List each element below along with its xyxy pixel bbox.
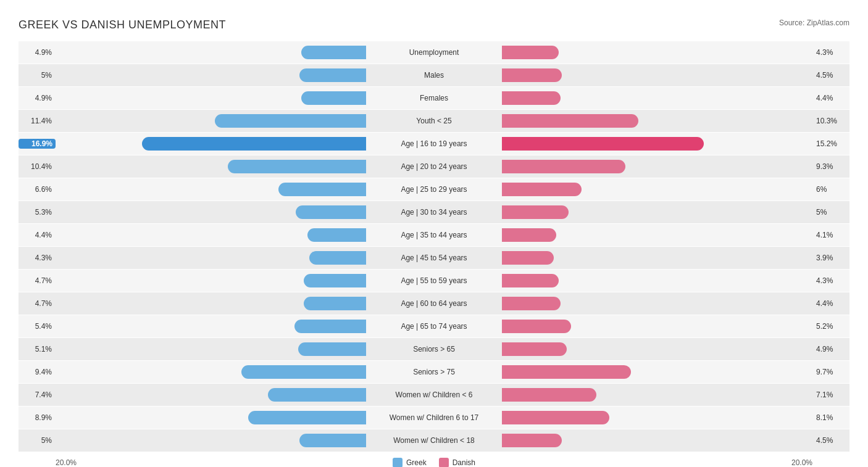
legend-greek-color bbox=[393, 458, 403, 467]
row-label: Age | 20 to 24 years bbox=[366, 162, 502, 171]
greek-bar bbox=[241, 365, 366, 379]
right-bar-area bbox=[502, 365, 812, 379]
greek-value-label: 9.4% bbox=[19, 368, 56, 376]
greek-bar bbox=[296, 205, 366, 219]
chart-container: GREEK VS DANISH UNEMPLOYMENT Source: Zip… bbox=[19, 12, 849, 467]
danish-value-label: 5% bbox=[812, 208, 849, 217]
left-bar-area bbox=[56, 228, 366, 242]
chart-row: 11.4% Youth < 25 10.3% bbox=[19, 110, 849, 132]
danish-bar bbox=[502, 297, 561, 310]
greek-value-label: 5% bbox=[19, 71, 56, 80]
chart-row: 5% Women w/ Children < 18 4.5% bbox=[19, 429, 849, 452]
danish-value-label: 8.1% bbox=[812, 413, 849, 422]
bar-row-wrapper: 4.7% Age | 55 to 59 years 4.3% bbox=[19, 270, 849, 292]
row-label: Age | 25 to 29 years bbox=[366, 185, 502, 194]
greek-bar bbox=[215, 114, 366, 128]
chart-row: 5% Males 4.5% bbox=[19, 64, 849, 86]
chart-source: Source: ZipAtlas.com bbox=[779, 19, 849, 27]
right-bar-area bbox=[502, 68, 812, 82]
greek-value-label: 7.4% bbox=[19, 391, 56, 399]
greek-value-label: 8.9% bbox=[19, 413, 56, 422]
greek-value-label: 10.4% bbox=[19, 162, 56, 171]
row-label: Women w/ Children < 6 bbox=[366, 391, 502, 399]
left-bar-area bbox=[56, 68, 366, 82]
danish-bar bbox=[502, 320, 571, 333]
bar-row-wrapper: 5% Women w/ Children < 18 4.5% bbox=[19, 429, 849, 452]
greek-bar bbox=[228, 160, 366, 173]
bar-row-wrapper: 16.9% Age | 16 to 19 years 15.2% bbox=[19, 133, 849, 155]
danish-value-label: 4.4% bbox=[812, 94, 849, 102]
row-label: Unemployment bbox=[366, 48, 502, 57]
danish-value-label: 15.2% bbox=[812, 139, 849, 148]
right-bar-area bbox=[502, 320, 812, 333]
danish-value-label: 5.2% bbox=[812, 322, 849, 331]
greek-bar bbox=[294, 320, 366, 333]
greek-value-label: 4.4% bbox=[19, 231, 56, 239]
row-label: Age | 55 to 59 years bbox=[366, 276, 502, 285]
right-bar-area bbox=[502, 434, 812, 447]
left-bar-area bbox=[56, 434, 366, 447]
chart-row: 10.4% Age | 20 to 24 years 9.3% bbox=[19, 155, 849, 178]
chart-footer: 20.0% Greek Danish 20.0% bbox=[19, 458, 849, 467]
greek-bar bbox=[278, 183, 366, 196]
danish-bar bbox=[502, 228, 556, 242]
bar-row-wrapper: 10.4% Age | 20 to 24 years 9.3% bbox=[19, 155, 849, 178]
greek-value-label: 4.7% bbox=[19, 299, 56, 308]
danish-value-label: 4.3% bbox=[812, 48, 849, 57]
chart-row: 8.9% Women w/ Children 6 to 17 8.1% bbox=[19, 407, 849, 429]
danish-bar bbox=[502, 160, 625, 173]
chart-row: 6.6% Age | 25 to 29 years 6% bbox=[19, 178, 849, 200]
danish-bar bbox=[502, 434, 562, 447]
left-bar-area bbox=[56, 342, 366, 356]
left-bar-area bbox=[56, 91, 366, 105]
danish-bar bbox=[502, 274, 559, 287]
danish-bar bbox=[502, 342, 567, 356]
greek-bar bbox=[309, 251, 366, 265]
danish-value-label: 4.3% bbox=[812, 276, 849, 285]
danish-bar bbox=[502, 183, 582, 196]
chart-row: 5.3% Age | 30 to 34 years 5% bbox=[19, 201, 849, 223]
danish-value-label: 3.9% bbox=[812, 254, 849, 262]
legend: Greek Danish bbox=[393, 458, 475, 467]
bar-row-wrapper: 5.1% Seniors > 65 4.9% bbox=[19, 338, 849, 360]
right-bar-area bbox=[502, 297, 812, 310]
chart-title: GREEK VS DANISH UNEMPLOYMENT bbox=[19, 19, 226, 31]
danish-value-label: 10.3% bbox=[812, 117, 849, 125]
greek-bar bbox=[299, 434, 366, 447]
left-bar-area bbox=[56, 297, 366, 310]
greek-value-label: 5.3% bbox=[19, 208, 56, 217]
scale-left: 20.0% bbox=[56, 458, 77, 467]
right-bar-area bbox=[502, 411, 812, 424]
greek-bar bbox=[299, 68, 366, 82]
greek-bar bbox=[301, 91, 366, 105]
greek-value-label: 4.7% bbox=[19, 276, 56, 285]
legend-greek-label: Greek bbox=[406, 458, 427, 467]
greek-bar bbox=[307, 228, 366, 242]
left-bar-area bbox=[56, 388, 366, 402]
danish-value-label: 9.3% bbox=[812, 162, 849, 171]
danish-value-label: 9.7% bbox=[812, 368, 849, 376]
row-label: Seniors > 65 bbox=[366, 345, 502, 353]
right-bar-area bbox=[502, 183, 812, 196]
row-label: Age | 65 to 74 years bbox=[366, 322, 502, 331]
greek-bar bbox=[248, 411, 366, 424]
danish-value-label: 6% bbox=[812, 185, 849, 194]
row-label: Women w/ Children 6 to 17 bbox=[366, 413, 502, 422]
bar-row-wrapper: 4.9% Females 4.4% bbox=[19, 87, 849, 109]
chart-row: 5.1% Seniors > 65 4.9% bbox=[19, 338, 849, 360]
legend-danish: Danish bbox=[439, 458, 475, 467]
row-label: Youth < 25 bbox=[366, 117, 502, 125]
danish-bar bbox=[502, 365, 631, 379]
greek-value-label: 4.9% bbox=[19, 94, 56, 102]
row-label: Women w/ Children < 18 bbox=[366, 436, 502, 445]
row-label: Age | 45 to 54 years bbox=[366, 254, 502, 262]
danish-bar bbox=[502, 137, 704, 151]
greek-value-label: 5% bbox=[19, 436, 56, 445]
greek-value-label: 11.4% bbox=[19, 117, 56, 125]
right-bar-area bbox=[502, 137, 812, 151]
bar-row-wrapper: 5.4% Age | 65 to 74 years 5.2% bbox=[19, 315, 849, 337]
greek-value-label: 5.4% bbox=[19, 322, 56, 331]
bar-row-wrapper: 8.9% Women w/ Children 6 to 17 8.1% bbox=[19, 407, 849, 429]
legend-danish-label: Danish bbox=[453, 458, 475, 467]
left-bar-area bbox=[56, 411, 366, 424]
